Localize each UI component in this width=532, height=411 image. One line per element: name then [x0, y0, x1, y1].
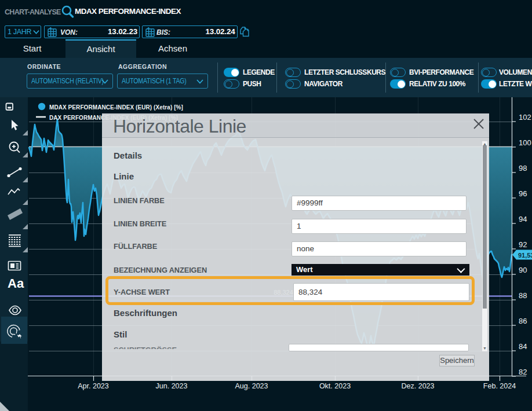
svg-text:Jun. 2023: Jun. 2023 [156, 382, 188, 390]
svg-text:Okt. 2023: Okt. 2023 [319, 382, 351, 390]
svg-text:100: 100 [519, 138, 531, 147]
svg-text:94: 94 [519, 215, 527, 223]
svg-text:91,539: 91,539 [518, 252, 532, 259]
svg-text:88: 88 [519, 291, 527, 300]
svg-text:Aug. 2023: Aug. 2023 [235, 382, 268, 390]
svg-text:98: 98 [519, 164, 527, 173]
svg-text:82: 82 [519, 368, 527, 376]
svg-text:Dez. 2023: Dez. 2023 [402, 382, 435, 390]
svg-text:Aa: Aa [8, 276, 24, 291]
svg-text:Apr. 2023: Apr. 2023 [78, 382, 109, 390]
svg-text:86: 86 [519, 317, 527, 325]
svg-text:84: 84 [519, 342, 527, 351]
svg-text:Feb. 2024: Feb. 2024 [483, 382, 516, 390]
svg-text:96: 96 [519, 189, 527, 198]
svg-text:90: 90 [519, 266, 527, 274]
svg-text:92: 92 [519, 240, 527, 249]
svg-text:102: 102 [519, 113, 531, 122]
svg-text:MDAX PERFORMANCE-INDEX (EUR) (: MDAX PERFORMANCE-INDEX (EUR) (Xetra) [%] [49, 104, 183, 111]
